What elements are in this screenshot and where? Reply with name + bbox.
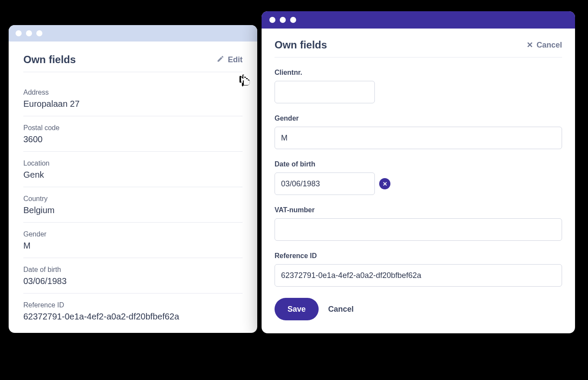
field-country: Country Belgium: [23, 187, 243, 223]
cancel-button[interactable]: Cancel: [328, 305, 354, 314]
dob-input[interactable]: [275, 172, 375, 195]
window-titlebar: [9, 25, 257, 42]
field-label: Address: [23, 89, 243, 96]
clear-dob-button[interactable]: ✕: [379, 178, 390, 189]
window-control-dot: [269, 17, 275, 23]
dob-label: Date of birth: [275, 160, 562, 168]
pencil-icon: [217, 55, 224, 65]
vat-input[interactable]: [275, 218, 562, 241]
field-location: Location Genk: [23, 152, 243, 187]
reference-label: Reference ID: [275, 252, 562, 260]
field-value: M: [23, 241, 243, 251]
window-control-dot: [16, 30, 22, 36]
field-value: 03/06/1983: [23, 276, 243, 286]
window-control-dot: [280, 17, 286, 23]
reference-input[interactable]: [275, 264, 562, 287]
vat-label: VAT-number: [275, 206, 562, 214]
field-value: Europalaan 27: [23, 99, 243, 109]
field-reference-id: Reference ID 62372791-0e1a-4ef2-a0a2-df2…: [23, 294, 243, 329]
edit-label: Edit: [228, 55, 243, 64]
field-value: Genk: [23, 170, 243, 180]
clientnr-label: Clientnr.: [275, 69, 562, 77]
field-label: Country: [23, 195, 243, 203]
field-label: Reference ID: [23, 301, 243, 309]
cancel-link[interactable]: ✕ Cancel: [527, 41, 562, 50]
field-label: Location: [23, 160, 243, 167]
clientnr-input[interactable]: [275, 81, 375, 103]
field-address: Address Europalaan 27: [23, 81, 243, 116]
field-value: 62372791-0e1a-4ef2-a0a2-df20bfbef62a: [23, 312, 243, 322]
gender-label: Gender: [275, 115, 562, 122]
window-control-dot: [26, 30, 32, 36]
edit-window: Own fields ✕ Cancel Clientnr. Gender Dat…: [262, 11, 575, 333]
field-date-of-birth: Date of birth 03/06/1983: [23, 258, 243, 294]
field-value: 3600: [23, 134, 243, 144]
view-window: Own fields Edit Address Europalaan 27 Po…: [9, 25, 257, 333]
field-gender: Gender M: [23, 223, 243, 258]
field-label: Postal code: [23, 124, 243, 132]
field-label: Gender: [23, 230, 243, 238]
window-control-dot: [36, 30, 42, 36]
field-value: Belgium: [23, 205, 243, 215]
panel-title: Own fields: [23, 54, 76, 66]
field-label: Date of birth: [23, 266, 243, 274]
edit-button[interactable]: Edit: [217, 55, 243, 65]
window-control-dot: [290, 17, 296, 23]
cancel-link-label: Cancel: [537, 41, 562, 50]
close-icon: ✕: [527, 41, 533, 49]
panel-title: Own fields: [275, 39, 327, 51]
field-postal-code: Postal code 3600: [23, 116, 243, 152]
close-icon: ✕: [383, 181, 387, 187]
gender-input[interactable]: [275, 127, 562, 149]
save-button[interactable]: Save: [275, 298, 319, 320]
window-titlebar: [262, 11, 575, 29]
